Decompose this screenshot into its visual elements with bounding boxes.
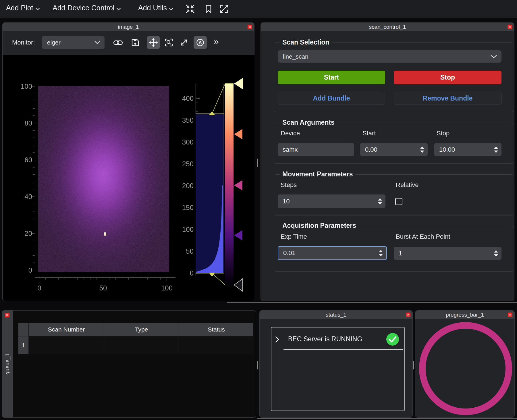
region-max-handle[interactable] (209, 111, 215, 115)
row-header[interactable]: 1 (18, 336, 28, 354)
stop-spinbox[interactable]: 10.00 (434, 143, 501, 156)
monitor-label: Monitor: (12, 39, 35, 46)
table-corner-header[interactable] (18, 323, 28, 336)
stop-spinbox-value: 10.00 (439, 146, 455, 153)
auto-range-diagonal-icon[interactable] (177, 36, 190, 49)
chevron-down-icon (94, 41, 100, 44)
steps-spinbox[interactable]: 10 (278, 194, 385, 208)
scan-select-value: line_scan (283, 53, 308, 60)
movement-parameters-legend: Movement Parameters (280, 170, 355, 178)
steps-spinbox-value: 10 (283, 198, 290, 205)
status-ok-icon (386, 333, 399, 346)
queue-panel-titlebar[interactable]: queue_1 (2, 311, 13, 417)
horizontal-splitter[interactable] (227, 302, 517, 303)
table-cell-status[interactable] (179, 336, 253, 354)
chevron-down-icon (116, 8, 121, 10)
remove-bundle-button[interactable]: Remove Bundle (394, 92, 501, 105)
toolbar-more-button[interactable]: » (211, 36, 222, 49)
exp-time-label: Exp Time (281, 233, 307, 240)
remove-bundle-label: Remove Bundle (423, 95, 473, 102)
gradient-tick-top[interactable] (234, 78, 243, 90)
image-plot-area[interactable]: 100 80 60 40 20 0 0 50 100 400 350 300 2… (3, 55, 254, 301)
colorbar-tick-label: 300 (175, 138, 194, 146)
column-header-scan-number[interactable]: Scan Number (29, 323, 104, 336)
add-bundle-button[interactable]: Add Bundle (278, 92, 385, 105)
stop-button[interactable]: Stop (394, 71, 501, 84)
autoscale-icon[interactable]: A (194, 36, 207, 49)
queue-panel: queue_1 ✕ Scan Number Type Status 1 (2, 310, 256, 418)
menu-add-device-control[interactable]: Add Device Control (53, 4, 121, 12)
y-tick-label: 0 (14, 266, 32, 274)
vertical-splitter-handle[interactable] (257, 361, 258, 369)
gradient-tick-magenta[interactable] (234, 180, 242, 190)
compress-icon[interactable] (185, 4, 195, 14)
progress-panel-titlebar[interactable]: progress_bar_1 ✕ (415, 311, 514, 319)
application-window: Add Plot Add Device Control Add Utils (0, 0, 517, 420)
steps-label: Steps (281, 181, 297, 189)
close-icon[interactable]: ✕ (406, 313, 410, 317)
scan-selection-legend: Scan Selection (280, 38, 332, 46)
menu-add-utils-label: Add Utils (138, 4, 167, 12)
exp-time-spinbox[interactable]: 0.01 (278, 246, 387, 260)
spinner-buttons[interactable] (494, 250, 498, 257)
link-icon[interactable] (111, 36, 125, 49)
y-tick-label: 20 (14, 230, 32, 238)
gradient-tick-bottom[interactable] (234, 279, 243, 291)
spinner-buttons[interactable] (494, 147, 498, 153)
start-button-label: Start (324, 74, 339, 81)
histogram-lut-widget[interactable] (196, 76, 247, 293)
start-button[interactable]: Start (278, 71, 385, 84)
vertical-splitter-handle[interactable] (413, 361, 414, 369)
spinner-buttons[interactable] (379, 250, 383, 256)
close-icon[interactable]: ✕ (248, 25, 252, 29)
hotspot-pixel (104, 232, 106, 236)
column-header-type[interactable]: Type (104, 323, 179, 336)
scan-select[interactable]: line_scan (278, 50, 501, 63)
relative-checkbox[interactable] (395, 198, 402, 205)
menu-add-utils[interactable]: Add Utils (138, 4, 173, 12)
stop-arg-label: Stop (437, 130, 450, 137)
image-panel-titlebar[interactable]: image_1 ✕ (3, 23, 254, 31)
colorbar-gradient[interactable] (225, 84, 234, 285)
table-cell-type[interactable] (104, 336, 179, 354)
close-icon[interactable]: ✕ (508, 313, 512, 317)
scan-control-titlebar[interactable]: scan_control_1 ✕ (261, 23, 514, 31)
acquisition-parameters-legend: Acquisition Parameters (280, 222, 359, 230)
progress-ring (419, 322, 512, 415)
gradient-tick-purple[interactable] (234, 230, 242, 240)
y-axis-minor-ticks (33, 86, 35, 272)
start-spinbox[interactable]: 0.00 (360, 143, 428, 156)
column-header-status[interactable]: Status (179, 323, 253, 336)
save-icon[interactable] (129, 36, 142, 49)
bottom-splitter[interactable] (257, 418, 517, 419)
x-tick-label: 100 (155, 284, 178, 292)
expander-chevron-icon[interactable] (275, 336, 279, 343)
close-icon[interactable]: ✕ (508, 25, 512, 29)
menu-add-plot[interactable]: Add Plot (6, 4, 40, 12)
device-label: Device (281, 130, 300, 137)
gradient-tick-orange[interactable] (234, 129, 242, 139)
zoom-region-icon[interactable] (162, 36, 175, 49)
spinner-buttons[interactable] (420, 147, 424, 153)
monitor-select[interactable]: eiger (42, 36, 105, 49)
device-field[interactable]: samx (278, 143, 354, 156)
progress-panel-title: progress_bar_1 (446, 312, 484, 318)
pan-mode-icon[interactable] (147, 36, 160, 49)
status-panel-titlebar[interactable]: status_1 ✕ (260, 311, 412, 319)
y-tick-label: 100 (14, 82, 32, 90)
region-min-handle[interactable] (209, 273, 215, 277)
burst-spinbox[interactable]: 1 (394, 247, 501, 260)
detector-image[interactable] (38, 86, 169, 272)
spinner-buttons[interactable] (378, 198, 382, 205)
chevron-down-icon (169, 8, 173, 10)
close-icon[interactable]: ✕ (5, 313, 9, 317)
queue-table: Scan Number Type Status 1 (18, 323, 253, 354)
expand-icon[interactable] (219, 4, 229, 14)
colorbar-tick-label: 100 (175, 226, 194, 234)
burst-spinbox-value: 1 (399, 250, 402, 257)
status-underline (283, 349, 403, 350)
colorbar-tick-label: 150 (175, 204, 194, 212)
bookmark-icon[interactable] (204, 4, 213, 14)
vertical-splitter-handle[interactable] (257, 159, 258, 167)
table-cell-scan-number[interactable] (29, 336, 104, 354)
